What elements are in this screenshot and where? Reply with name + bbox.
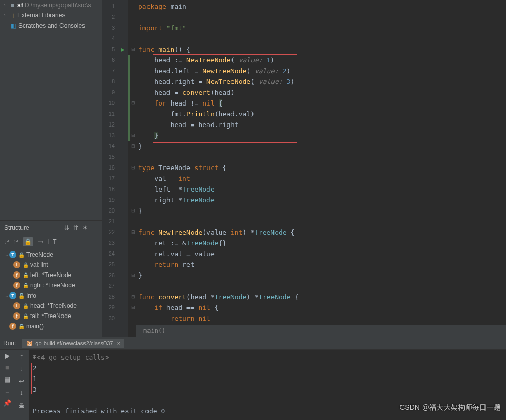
editor-breadcrumb[interactable]: main() <box>136 325 506 337</box>
structure-field[interactable]: f 🔒 val: int <box>2 260 100 270</box>
print-icon[interactable]: 🖶 <box>18 402 25 409</box>
run-arrow-icon[interactable]: ▶ <box>121 47 125 52</box>
structure-tools: ⇊ ⇈ ✶ — <box>64 224 98 232</box>
structure-field[interactable]: f 🔒 tail: *TreeNode <box>2 311 100 321</box>
structure-title: Structure <box>4 224 29 232</box>
go-icon: 🐹 <box>26 340 33 347</box>
field-icon: f <box>13 282 20 289</box>
scratch-icon: ◧ <box>9 22 17 29</box>
structure-field[interactable]: f 🔒 head: *TreeNode <box>2 301 100 311</box>
watermark: CSDN @福大大架构师每日一题 <box>399 403 501 412</box>
field-icon: f <box>13 271 20 279</box>
external-libraries-label: External Libraries <box>17 12 65 19</box>
func-icon: f <box>9 323 16 330</box>
layout-icon[interactable]: ▤ <box>4 375 10 383</box>
sort-up-icon[interactable]: ↑ᶻ <box>13 238 18 245</box>
chevron-down-icon[interactable]: ⌄ <box>4 252 9 257</box>
lock-icon: 🔒 <box>18 252 25 258</box>
chevron-right-icon[interactable]: › <box>2 13 7 18</box>
chevron-down-icon[interactable]: ⌄ <box>4 293 9 298</box>
structure-field[interactable]: f 🔒 left: *TreeNode <box>2 270 100 280</box>
expand-icon[interactable]: ⊞ <box>33 353 37 361</box>
field-icon: f <box>13 312 20 320</box>
scratches-label: Scratches and Consoles <box>18 22 85 29</box>
interface-filter-icon[interactable]: I <box>47 238 49 245</box>
wrap-icon[interactable]: ↩ <box>19 377 24 385</box>
lock-icon: 🔒 <box>18 293 25 299</box>
type-icon: T <box>9 251 16 258</box>
filter-icon[interactable]: ≡ <box>5 387 9 395</box>
line-number-gutter[interactable]: 123 456 789 101112 131415 161718 192021 … <box>102 0 118 337</box>
structure-node-treenode[interactable]: ⌄ T 🔒 TreeNode <box>2 249 100 260</box>
lock-icon: 🔒 <box>23 262 29 268</box>
collapse-all-icon[interactable]: ⇈ <box>73 224 78 232</box>
run-marker-gutter[interactable]: ▶ <box>118 0 128 337</box>
folder-filter-icon[interactable]: ▭ <box>37 238 43 245</box>
up-icon[interactable]: ↑ <box>20 353 23 360</box>
down-icon[interactable]: ↓ <box>20 365 23 372</box>
project-panel: › ■ sf D:\mysetup\gopath\src\s › ⫼ Exter… <box>0 0 102 220</box>
structure-func-main[interactable]: f 🔒 main() <box>2 321 100 331</box>
chevron-right-icon[interactable]: › <box>2 3 7 8</box>
run-toolbar-secondary: ↑ ↓ ↩ ⤓ 🖶 <box>14 350 29 420</box>
lock-icon: 🔒 <box>23 283 29 288</box>
minimize-icon[interactable]: — <box>92 224 98 232</box>
code-area[interactable]: package main import "fmt" func main() { … <box>136 0 506 337</box>
structure-filter-toolbar: ↓ᶻ ↑ᶻ 🔒 ▭ I T <box>0 235 102 248</box>
scroll-to-end-icon[interactable]: ⤓ <box>19 390 24 397</box>
lock-icon: 🔒 <box>23 303 29 309</box>
folder-icon: ■ <box>8 2 16 9</box>
sort-down-icon[interactable]: ↓ᶻ <box>4 238 9 245</box>
field-icon: f <box>13 302 20 309</box>
run-tab-label: go build sf/newclass2/class037 <box>35 340 113 346</box>
fold-gutter[interactable]: ⊟ ⊟ ⊟⊟ ⊟ ⊟ ⊟ ⊟ ⊟⊟ <box>130 0 136 337</box>
close-icon[interactable]: × <box>117 340 120 346</box>
stop-icon[interactable]: ■ <box>5 364 9 371</box>
run-toolbar-primary: ▶ ■ ▤ ≡ 📌 <box>0 350 14 420</box>
project-root[interactable]: › ■ sf D:\mysetup\gopath\src\s <box>0 0 102 10</box>
project-root-path: D:\mysetup\gopath\src\s <box>25 2 91 9</box>
type-icon: T <box>9 292 16 299</box>
expand-all-icon[interactable]: ⇊ <box>64 224 69 232</box>
structure-panel: Structure ⇊ ⇈ ✶ — ↓ᶻ ↑ᶻ 🔒 ▭ I T ⌄ T 🔒 Tr… <box>0 220 102 337</box>
lock-icon: 🔒 <box>18 324 25 329</box>
lock-icon: 🔒 <box>23 272 29 278</box>
run-label: Run: <box>3 340 16 347</box>
field-icon: f <box>13 261 20 268</box>
run-header: Run: 🐹 go build sf/newclass2/class037 × <box>0 337 506 350</box>
structure-header: Structure ⇊ ⇈ ✶ — <box>0 221 102 235</box>
project-root-name: sf <box>17 2 23 9</box>
run-tab[interactable]: 🐹 go build sf/newclass2/class037 × <box>22 339 124 348</box>
console-output: 1 <box>33 373 502 384</box>
structure-node-info[interactable]: ⌄ T 🔒 Info <box>2 290 100 301</box>
library-icon: ⫼ <box>8 12 16 19</box>
gear-icon[interactable]: ✶ <box>82 224 88 232</box>
code-editor[interactable]: 123 456 789 101112 131415 161718 192021 … <box>102 0 506 337</box>
lock-icon: 🔒 <box>23 313 29 319</box>
console-output: 3 <box>33 384 502 395</box>
type-filter-icon[interactable]: T <box>53 238 56 245</box>
play-icon[interactable]: ▶ <box>5 352 10 360</box>
show-private-icon[interactable]: 🔒 <box>23 237 33 246</box>
pin-icon[interactable]: 📌 <box>3 399 11 407</box>
scratches-consoles[interactable]: ◧ Scratches and Consoles <box>0 20 102 31</box>
external-libraries[interactable]: › ⫼ External Libraries <box>0 10 102 20</box>
console-output: 2 <box>33 363 502 373</box>
structure-field[interactable]: f 🔒 right: *TreeNode <box>2 280 100 290</box>
structure-tree: ⌄ T 🔒 TreeNode f 🔒 val: int f 🔒 left: *T… <box>0 248 102 332</box>
